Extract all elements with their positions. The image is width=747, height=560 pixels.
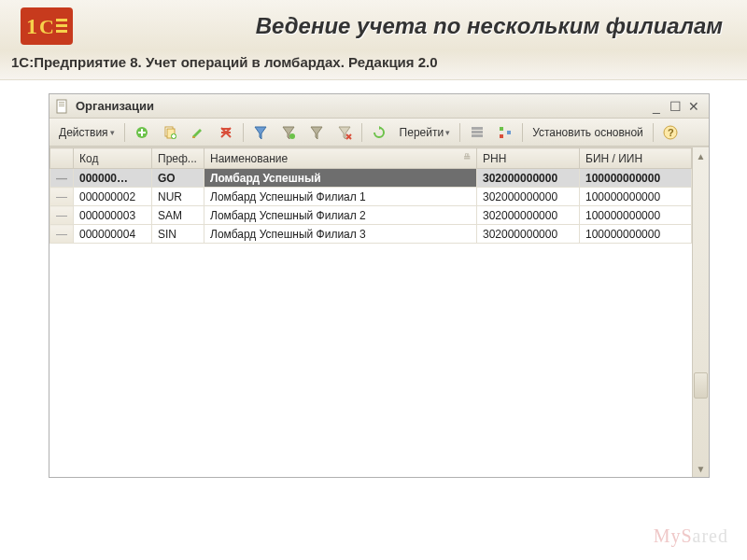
- add-button[interactable]: [129, 121, 155, 144]
- row-marker[interactable]: —: [50, 169, 74, 188]
- cell-rnn: 302000000000: [477, 169, 580, 188]
- watermark-part-a: MyS: [654, 525, 693, 546]
- scroll-up-icon[interactable]: ▲: [693, 147, 709, 164]
- svg-rect-5: [56, 30, 67, 33]
- actions-menu[interactable]: Действия▾: [53, 121, 120, 144]
- edit-button[interactable]: [185, 121, 211, 144]
- tree-view-button[interactable]: [492, 121, 518, 144]
- refresh-button[interactable]: [366, 121, 392, 144]
- chevron-down-icon: ▾: [110, 128, 115, 137]
- document-icon: [55, 99, 70, 114]
- svg-rect-8: [59, 104, 64, 105]
- svg-text:1: 1: [26, 14, 37, 38]
- window-titlebar: Организации _ ☐ ✕: [49, 94, 709, 119]
- cell-prefix: SAM: [152, 206, 204, 225]
- scroll-thumb[interactable]: [694, 372, 708, 399]
- slide-header: 1 C Ведение учета по нескольким филиалам: [0, 0, 747, 50]
- sort-asc-icon: ≞: [463, 152, 471, 162]
- filter3-button[interactable]: [303, 121, 330, 144]
- minimize-button[interactable]: _: [647, 99, 666, 114]
- column-header-row: Код Преф... Наименование≞ РНН БИН / ИИН: [50, 148, 692, 169]
- watermark: MySared: [654, 525, 728, 547]
- cell-name: Ломбард Успешный Филиал 2: [204, 206, 477, 225]
- set-main-label: Установить основной: [532, 126, 643, 139]
- separator: [361, 123, 362, 142]
- cell-bin: 100000000000: [580, 206, 692, 225]
- svg-text:?: ?: [668, 127, 674, 138]
- set-main-button[interactable]: Установить основной: [527, 121, 649, 144]
- cell-code: 000000002: [74, 188, 152, 206]
- row-marker-column[interactable]: [50, 148, 74, 169]
- toolbar: Действия▾ Пе: [49, 119, 709, 147]
- svg-rect-22: [472, 127, 483, 130]
- svg-rect-23: [472, 131, 483, 133]
- row-marker[interactable]: —: [50, 188, 74, 206]
- goto-label: Перейти: [400, 126, 444, 139]
- separator: [243, 123, 244, 142]
- row-marker[interactable]: —: [50, 206, 74, 225]
- cell-name: Ломбард Успешный: [204, 169, 477, 188]
- app-window: Организации _ ☐ ✕ Действия▾: [49, 93, 710, 478]
- separator: [124, 123, 125, 142]
- col-rnn[interactable]: РНН: [477, 148, 580, 169]
- cell-name: Ломбард Успешный Филиал 1: [204, 188, 477, 206]
- svg-rect-9: [59, 105, 64, 106]
- cell-code: 000000003: [74, 206, 152, 225]
- copy-button[interactable]: [157, 121, 183, 144]
- data-grid: Код Преф... Наименование≞ РНН БИН / ИИН …: [49, 147, 709, 477]
- svg-rect-3: [56, 19, 67, 21]
- table-row[interactable]: —000000004SINЛомбард Успешный Филиал 330…: [50, 225, 692, 244]
- cell-rnn: 302000000000: [477, 206, 580, 225]
- actions-label: Действия: [59, 126, 108, 139]
- col-name[interactable]: Наименование≞: [204, 148, 477, 169]
- watermark-part-b: ared: [693, 525, 728, 546]
- filter-clear-button[interactable]: [331, 121, 358, 144]
- filter2-button[interactable]: [275, 121, 302, 144]
- cell-name: Ломбард Успешный Филиал 3: [204, 225, 477, 244]
- goto-menu[interactable]: Перейти▾: [394, 121, 457, 144]
- col-prefix[interactable]: Преф...: [152, 148, 204, 169]
- cell-rnn: 302000000000: [477, 188, 580, 206]
- svg-rect-7: [59, 102, 64, 103]
- cell-bin: 100000000000: [580, 225, 692, 244]
- scroll-track[interactable]: [693, 164, 709, 460]
- delete-mark-button[interactable]: [213, 121, 239, 144]
- svg-rect-18: [192, 136, 195, 138]
- cell-bin: 100000000000: [580, 169, 692, 188]
- maximize-button[interactable]: ☐: [666, 99, 684, 114]
- slide-title: Ведение учета по нескольким филиалам: [75, 13, 728, 39]
- filter1-button[interactable]: [247, 121, 274, 144]
- separator: [653, 123, 654, 142]
- cell-bin: 100000000000: [580, 188, 692, 206]
- svg-rect-17: [172, 135, 176, 137]
- svg-rect-26: [500, 134, 503, 138]
- table-row[interactable]: —000000…GOЛомбард Успешный30200000000010…: [50, 169, 692, 188]
- vertical-scrollbar[interactable]: ▲ ▼: [692, 147, 709, 477]
- cell-code: 000000…: [74, 169, 152, 188]
- cell-prefix: GO: [152, 169, 204, 188]
- logo-1c: 1 C: [19, 6, 75, 47]
- chevron-down-icon: ▾: [445, 128, 450, 137]
- cell-prefix: NUR: [152, 188, 204, 206]
- cell-rnn: 302000000000: [477, 225, 580, 244]
- table-row[interactable]: —000000003SAMЛомбард Успешный Филиал 230…: [50, 206, 692, 225]
- list-view-button[interactable]: [464, 121, 490, 144]
- row-marker[interactable]: —: [50, 225, 74, 244]
- svg-rect-12: [138, 132, 146, 133]
- separator: [459, 123, 460, 142]
- col-name-label: Наименование: [210, 152, 288, 165]
- col-code[interactable]: Код: [74, 148, 152, 169]
- close-button[interactable]: ✕: [684, 99, 703, 114]
- svg-text:C: C: [39, 15, 54, 38]
- help-button[interactable]: ?: [657, 121, 684, 144]
- svg-rect-25: [500, 127, 503, 131]
- table-row[interactable]: —000000002NURЛомбард Успешный Филиал 130…: [50, 188, 692, 206]
- slide-subtitle: 1С:Предприятие 8. Учет операций в ломбар…: [0, 50, 747, 80]
- cell-prefix: SIN: [152, 225, 204, 244]
- col-bin[interactable]: БИН / ИИН: [580, 148, 692, 169]
- scroll-down-icon[interactable]: ▼: [693, 460, 709, 477]
- svg-point-21: [289, 133, 295, 139]
- separator: [522, 123, 523, 142]
- window-title: Организации: [76, 99, 647, 113]
- svg-rect-27: [507, 131, 511, 134]
